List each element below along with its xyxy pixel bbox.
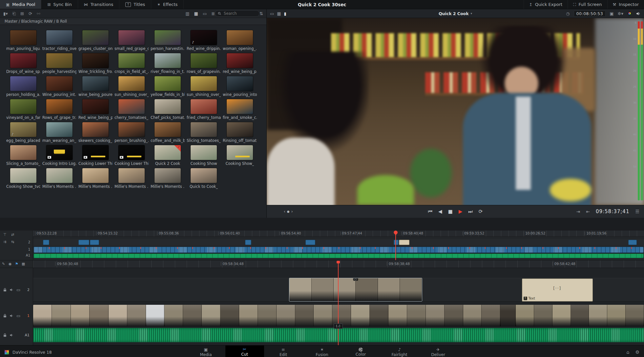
media-clip[interactable]: Chef_picks_tomat...: [150, 99, 186, 122]
timeline-selector[interactable]: Quick 2 Cook▾: [439, 11, 472, 16]
next-edit-icon[interactable]: ⇥: [576, 209, 580, 214]
overview-clip[interactable]: [305, 240, 315, 245]
view-mode-icon-3[interactable]: ≣: [211, 11, 215, 16]
text-title-clip[interactable]: [··] TText: [522, 279, 593, 301]
insert-tool-icon[interactable]: ⇉: [3, 240, 6, 244]
search-input[interactable]: [223, 11, 253, 16]
media-clip[interactable]: skewers_cooking_...: [77, 122, 114, 145]
video-2-clip[interactable]: ○: [289, 278, 422, 301]
media-clip[interactable]: ♪egg_being_placed...: [5, 122, 41, 145]
media-clip[interactable]: man_wearing_an_...: [41, 122, 77, 145]
overview-video-track-1[interactable]: [34, 247, 643, 253]
action-quick-export[interactable]: ↥Quick Export: [524, 0, 568, 9]
media-clip[interactable]: Cooking Lower Thi...: [77, 145, 114, 168]
track-header-2[interactable]: ▭2: [0, 278, 33, 301]
media-clip[interactable]: fried_cherry_toma...: [186, 99, 222, 122]
page-tab-fairlight[interactable]: ♪Fairlight: [380, 346, 419, 357]
media-clip[interactable]: sun_shining_over_...: [114, 76, 150, 99]
overview-track-area[interactable]: 09:53:22;2809:54:15;3209:55:08;3609:56:0…: [33, 231, 644, 260]
speaker-icon[interactable]: [636, 11, 641, 16]
media-clip[interactable]: ✓Quick 2 Cook: [150, 145, 186, 168]
page-tab-media[interactable]: ▣Media: [187, 346, 225, 357]
media-clip[interactable]: person_holding_a...: [5, 76, 41, 99]
timeline-mode-icon[interactable]: ▮: [284, 11, 286, 16]
media-clip[interactable]: Rinsing_off_tomat...: [222, 122, 258, 145]
media-clip[interactable]: red_wine_being_p...: [222, 53, 258, 76]
shuttle-control[interactable]: ‹●›: [284, 209, 293, 214]
source-tape-mode-icon[interactable]: ▦: [277, 11, 281, 16]
top-tab-effects[interactable]: ✶Effects: [151, 0, 184, 9]
media-clip[interactable]: Millie's Moments ...: [114, 168, 150, 191]
overwrite-tool-icon[interactable]: ⇆: [11, 240, 14, 244]
loop-button[interactable]: ⟳: [479, 209, 483, 214]
fast-forward-button[interactable]: ⏭: [468, 209, 473, 214]
media-clip[interactable]: Quick to Cook_: [186, 168, 222, 191]
camera-icon[interactable]: ▣: [610, 11, 613, 16]
keyframe-icon[interactable]: ◉: [9, 262, 12, 266]
media-clip[interactable]: Cooking Intro Log...: [41, 145, 77, 168]
media-clip[interactable]: Millie's Moments ...: [77, 168, 114, 191]
sort-icon[interactable]: ⇅: [260, 11, 263, 16]
media-clip[interactable]: people_harvesting...: [41, 53, 77, 76]
lock-icon[interactable]: [3, 314, 7, 318]
project-home-icon[interactable]: ⌂: [627, 349, 630, 355]
media-clip[interactable]: Cooking Show_tvc: [5, 168, 41, 191]
media-clip[interactable]: Slicing_a_tomato_...: [5, 145, 41, 168]
viewer-video-frame[interactable]: 5101520253035404550: [267, 18, 644, 205]
mute-speaker-icon[interactable]: [10, 314, 13, 318]
media-clip[interactable]: Wine_trickling_fro...: [77, 53, 114, 76]
overview-clip[interactable]: [90, 240, 99, 245]
viewer-options-menu-icon[interactable]: ☰: [635, 209, 639, 214]
overview-clip[interactable]: [78, 240, 90, 245]
media-clip[interactable]: vineyard_on_a_far...: [5, 99, 41, 122]
trim-tool-icon[interactable]: ⇄: [11, 233, 14, 237]
video-1-clip-segment[interactable]: [164, 305, 500, 326]
view-mode-icon-1[interactable]: ▦: [194, 11, 198, 16]
media-clip[interactable]: rows_of_grapevin...: [186, 53, 222, 76]
media-clip[interactable]: Red_wine_being_p...: [77, 99, 114, 122]
media-clip[interactable]: person_brushing_...: [114, 122, 150, 145]
overview-audio-track[interactable]: [34, 254, 643, 258]
overview-clip[interactable]: [628, 240, 637, 245]
play-button[interactable]: ▶: [459, 209, 463, 214]
settings-gear-icon[interactable]: ⚙: [635, 349, 639, 355]
source-clip-mode-icon[interactable]: ▭: [270, 11, 274, 16]
top-tab-transitions[interactable]: ⋈Transitions: [78, 0, 120, 9]
media-clip[interactable]: Wine_pouring_int...: [41, 76, 77, 99]
lock-icon[interactable]: [3, 333, 7, 337]
video-1-clip-segment[interactable]: [33, 305, 146, 326]
duration-clock-icon[interactable]: ◷: [566, 11, 570, 16]
media-clip[interactable]: Slicing_tomatoes_...: [186, 122, 222, 145]
action-full-screen[interactable]: ⛶Full Screen: [568, 0, 607, 9]
page-tab-color[interactable]: Color: [342, 346, 380, 357]
track-header-1[interactable]: ▭1: [0, 305, 33, 326]
resize-options-icon[interactable]: ✲▾: [618, 11, 623, 16]
search-box[interactable]: [215, 10, 260, 17]
view-mode-icon-2[interactable]: ▭: [203, 11, 207, 16]
media-clip[interactable]: Drops_of_wine_sp...: [5, 53, 41, 76]
play-reverse-button[interactable]: ◀: [438, 209, 442, 214]
import-media-icon[interactable]: ⎗: [12, 11, 16, 16]
media-clip[interactable]: river_flowing_in_t...: [150, 53, 186, 76]
media-clip[interactable]: woman_opening_...: [222, 30, 258, 53]
top-tab-sync-bin[interactable]: ⊞Sync Bin: [41, 0, 78, 9]
media-clip[interactable]: person_harvestin...: [150, 30, 186, 53]
filmstrip-icon[interactable]: ▦: [22, 262, 25, 266]
overview-clip[interactable]: [245, 240, 251, 245]
page-tab-fusion[interactable]: ✶Fusion: [303, 346, 342, 357]
media-clip[interactable]: sun_shining_over_...: [186, 76, 222, 99]
page-tab-edit[interactable]: ≡Edit: [264, 346, 303, 357]
media-clip[interactable]: wine_being_poure...: [77, 76, 114, 99]
lock-icon[interactable]: [3, 288, 7, 292]
media-clip[interactable]: ♪Red_wine_drippin...: [186, 30, 222, 53]
track-tool-icon[interactable]: ⊤: [3, 233, 7, 237]
media-clip[interactable]: Cooking Show: [186, 145, 222, 168]
media-clip[interactable]: Cooking Show_: [222, 145, 258, 168]
breadcrumb[interactable]: Master / Blackmagic RAW / B Roll: [0, 18, 266, 25]
mute-speaker-icon[interactable]: [10, 333, 13, 337]
media-clip[interactable]: small_red_grape_c...: [114, 30, 150, 53]
media-clip[interactable]: grapes_cluster_on...: [77, 30, 114, 53]
timeline-playhead[interactable]: [♩]: [338, 261, 339, 345]
stop-button[interactable]: ■: [448, 209, 453, 214]
overview-playhead[interactable]: [395, 231, 396, 260]
